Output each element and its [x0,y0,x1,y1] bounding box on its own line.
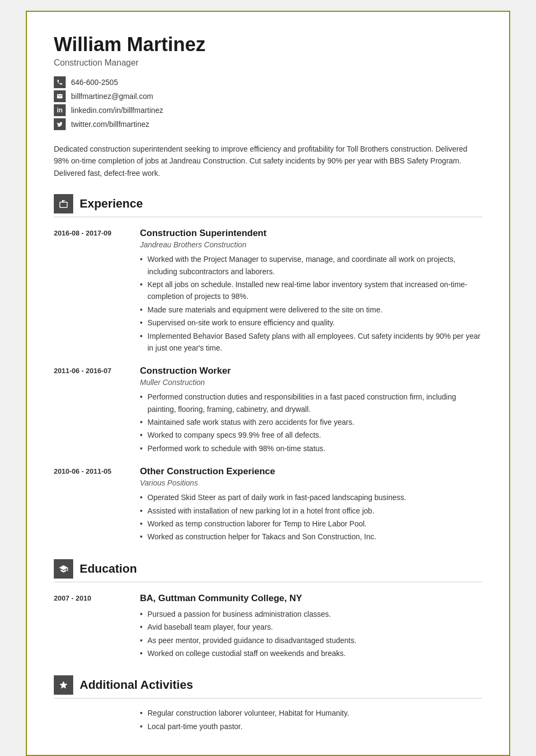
job-1-title: Construction Superintendent [140,228,482,239]
education-title: Education [80,562,137,576]
bullet-item: Worked with the Project Manager to super… [140,253,482,277]
candidate-name: William Martinez [54,33,482,56]
contact-linkedin: in linkedin.com/in/billfmartinez [54,104,482,116]
job-3-company: Various Positions [140,479,482,487]
job-3-bullets: Operated Skid Steer as part of daily wor… [140,491,482,543]
bullet-item: Worked as temp construction laborer for … [140,518,482,530]
experience-title: Experience [80,197,143,211]
linkedin-value: linkedin.com/in/billfmartinez [71,106,163,115]
twitter-icon [54,118,66,130]
job-2-dates: 2011-06 - 2016-07 [54,366,140,455]
contact-twitter: twitter.com/billfmartinez [54,118,482,130]
job-1-detail: Construction Superintendent Jandreau Bro… [140,228,482,355]
bullet-item: Kept all jobs on schedule. Installed new… [140,279,482,303]
phone-value: 646-600-2505 [71,78,118,87]
job-block-1: 2016-08 - 2017-09 Construction Superinte… [54,228,482,355]
bullet-item: Worked as construction helper for Takacs… [140,531,482,543]
additional-title: Additional Activities [80,678,193,692]
star-icon [54,675,73,695]
edu-1-title: BA, Guttman Community College, NY [140,593,482,604]
job-2-title: Construction Worker [140,366,482,376]
phone-icon [54,76,66,88]
linkedin-icon: in [54,104,66,116]
contact-list: 646-600-2505 billfmartinez@gmail.com in … [54,76,482,130]
bullet-item: Pursued a passion for business administr… [140,608,482,620]
education-section-header: Education [54,559,482,582]
job-2-detail: Construction Worker Muller Construction … [140,366,482,455]
job-3-title: Other Construction Experience [140,466,482,477]
bullet-item: Performed work to schedule with 98% on-t… [140,443,482,454]
edu-1-bullets: Pursued a passion for business administr… [140,608,482,660]
graduation-icon [54,559,73,579]
bullet-item: Worked to company specs 99.9% free of al… [140,429,482,441]
contact-email: billfmartinez@gmail.com [54,90,482,102]
bullet-item: Local part-time youth pastor. [140,721,482,732]
job-3-dates: 2010-06 - 2011-05 [54,466,140,544]
edu-block-1: 2007 - 2010 BA, Guttman Community Colleg… [54,593,482,661]
experience-section-header: Experience [54,194,482,217]
candidate-title: Construction Manager [54,58,482,68]
additional-section-header: Additional Activities [54,675,482,698]
additional-content: Regular construction laborer volunteer, … [54,707,482,732]
bullet-item: Maintained safe work status with zero ac… [140,416,482,428]
job-block-2: 2011-06 - 2016-07 Construction Worker Mu… [54,366,482,455]
resume-document: William Martinez Construction Manager 64… [26,11,510,756]
briefcase-icon [54,194,73,213]
bullet-item: Assisted with installation of new parkin… [140,505,482,517]
twitter-value: twitter.com/billfmartinez [71,120,149,129]
bullet-item: Made sure materials and equipment were d… [140,304,482,316]
job-2-company: Muller Construction [140,378,482,387]
job-1-dates: 2016-08 - 2017-09 [54,228,140,355]
edu-1-dates: 2007 - 2010 [54,593,140,661]
job-1-bullets: Worked with the Project Manager to super… [140,253,482,354]
email-icon [54,90,66,102]
job-3-detail: Other Construction Experience Various Po… [140,466,482,544]
email-value: billfmartinez@gmail.com [71,92,153,101]
job-1-company: Jandreau Brothers Construction [140,240,482,249]
summary-text: Dedicated construction superintendent se… [54,143,482,179]
job-block-3: 2010-06 - 2011-05 Other Construction Exp… [54,466,482,544]
additional-bullets: Regular construction laborer volunteer, … [140,707,482,732]
header-section: William Martinez Construction Manager [54,33,482,68]
contact-phone: 646-600-2505 [54,76,482,88]
job-2-bullets: Performed construction duties and respon… [140,391,482,454]
bullet-item: Avid baseball team player, four years. [140,621,482,633]
bullet-item: Regular construction laborer volunteer, … [140,707,482,719]
bullet-item: Worked on college custodial staff on wee… [140,647,482,659]
bullet-item: Operated Skid Steer as part of daily wor… [140,491,482,503]
bullet-item: As peer mentor, provided guidance to dis… [140,634,482,646]
bullet-item: Implemented Behavior Based Safety plans … [140,330,482,354]
bullet-item: Supervised on-site work to ensure effici… [140,317,482,329]
edu-1-detail: BA, Guttman Community College, NY Pursue… [140,593,482,661]
bullet-item: Performed construction duties and respon… [140,391,482,415]
